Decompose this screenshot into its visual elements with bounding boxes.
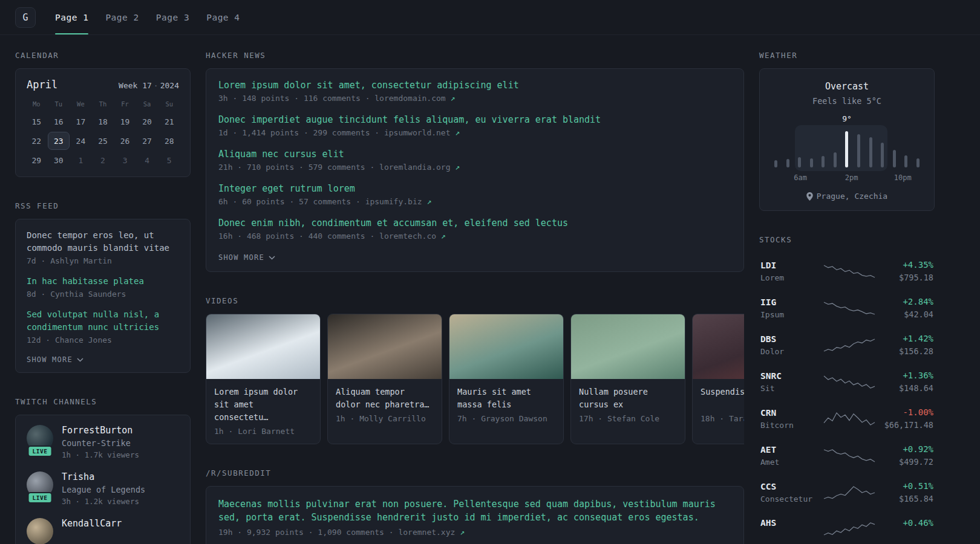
stock-row[interactable]: CCSConsectetur+0.51%$165.84 [759,474,935,511]
rss-show-more-button[interactable]: SHOW MORE [27,354,83,365]
calendar-weekday: Tu [48,97,70,111]
twitch-channel[interactable]: LIVE Trisha League of Legends 3h · 1.2k … [27,471,179,506]
subreddit-post-title[interactable]: Maecenas mollis pulvinar erat non posuer… [218,497,731,524]
videos-row: Lorem ipsum dolor sit amet consectetu… 1… [206,314,744,444]
live-badge: LIVE [28,445,53,457]
video-title[interactable]: Aliquam tempor dolor nec pharetra… [336,386,434,411]
stock-row[interactable]: AETAmet+0.92%$499.72 [759,437,935,474]
hn-domain-link[interactable]: loremdomain.com ↗ [374,94,455,103]
video-meta: 7h · Grayson Dawson [457,414,555,423]
dashboard-columns: CALENDAR April Week 17·2024 MoTuWeThFrSa… [0,35,980,544]
calendar-day: 1 [70,151,92,169]
video-card[interactable]: Suspendisse diam 18h · Tara [692,314,744,444]
video-thumbnail[interactable] [693,314,744,379]
subreddit-post: Maecenas mollis pulvinar erat non posuer… [218,497,731,537]
weather-bar [774,160,777,167]
twitch-channel[interactable]: KendallCarr [27,518,179,544]
video-thumbnail[interactable] [328,314,442,379]
hn-domain: ipsumworld.net [384,128,451,137]
stock-price [880,531,933,540]
hn-show-more-button[interactable]: SHOW MORE [218,252,275,263]
rss-header: RSS FEED [15,201,191,210]
stock-row[interactable]: AHS+0.46% [759,511,935,544]
stock-symbol: AET [760,445,818,455]
channel-name[interactable]: ForrestBurton [62,425,139,436]
subreddit-meta-text: 19h · 9,932 points · 1,090 comments · [218,528,394,537]
hn-item-meta: 3h · 148 points · 116 comments · loremdo… [218,94,731,103]
rss-item-title[interactable]: Sed volutpat nulla nisl, a condimentum n… [27,308,179,334]
hn-item-meta: 21h · 710 points · 579 comments · loreml… [218,163,731,172]
channel-meta: 1h · 1.7k viewers [62,450,139,459]
stock-row[interactable]: CRNBitcorn-1.00%$66,171.48 [759,400,935,437]
video-card[interactable]: Aliquam tempor dolor nec pharetra… 1h · … [327,314,442,444]
stocks-widget: STOCKS LDILorem+4.35%$795.18IIGIpsum+2.8… [759,235,935,544]
stock-row[interactable]: LDILorem+4.35%$795.18 [759,253,935,290]
videos-widget: VIDEOS Lorem ipsum dolor sit amet consec… [206,296,744,444]
weather-time: 2pm [845,173,858,182]
stock-symbol: CCS [760,482,818,491]
weather-location-text: Prague, Czechia [817,192,887,201]
hn-item-title[interactable]: Donec imperdiet augue tincidunt felis al… [218,114,731,125]
hn-domain: loremlandia.org [379,163,450,172]
videos-header: VIDEOS [206,296,744,305]
weather-time: 10pm [894,173,912,182]
stock-row[interactable]: DBSDolor+1.42%$156.28 [759,326,935,363]
tab-page-4[interactable]: Page 4 [206,0,240,34]
hn-domain-link[interactable]: loremtech.co ↗ [379,232,446,241]
stock-name [760,531,818,540]
stock-row[interactable]: SNRCSit+1.36%$148.64 [759,363,935,400]
stock-sparkline [823,374,875,390]
hn-item-meta: 16h · 468 points · 440 comments · loremt… [218,232,731,241]
calendar-grid: MoTuWeThFrSaSu15161718192021222324252627… [25,97,180,169]
tab-page-2[interactable]: Page 2 [105,0,139,34]
video-card[interactable]: Nullam posuere cursus ex 17h · Stefan Co… [570,314,685,444]
calendar-header: CALENDAR [15,51,191,60]
video-card[interactable]: Lorem ipsum dolor sit amet consectetu… 1… [206,314,321,444]
video-thumbnail[interactable] [206,314,320,379]
hn-item: Donec enim nibh, condimentum et accumsan… [218,218,731,241]
video-title[interactable]: Mauris sit amet massa felis [457,386,555,411]
weather-times: 6am 2pm 10pm [769,173,924,183]
hn-domain-link[interactable]: loremlandia.org ↗ [379,163,460,172]
subreddit-domain-link[interactable]: loremnet.xyz ↗ [398,528,465,537]
weather-bar [904,155,907,167]
hn-item-title[interactable]: Aliquam nec cursus elit [218,149,731,160]
calendar-weekday: Th [92,97,114,111]
video-thumbnail[interactable] [571,314,685,379]
app-logo[interactable]: G [15,7,36,28]
stock-row[interactable]: IIGIpsum+2.84%$42.04 [759,290,935,326]
stock-change: +0.46% [880,518,933,528]
video-thumbnail[interactable] [449,314,563,379]
stock-price: $499.72 [880,457,933,467]
channel-game: Counter-Strike [62,438,139,448]
rss-item: Donec tempor eros leo, ut commodo mauris… [27,229,179,265]
video-title[interactable]: Lorem ipsum dolor sit amet consectetu… [214,386,312,424]
chevron-down-icon [77,358,83,362]
video-card[interactable]: Mauris sit amet massa felis 7h · Grayson… [449,314,564,444]
calendar-day: 15 [25,112,48,131]
hn-domain-link[interactable]: ipsumworld.net ↗ [384,128,460,137]
video-title[interactable]: Suspendisse diam [701,386,744,411]
calendar-day: 3 [114,151,136,169]
hn-item-title[interactable]: Donec enim nibh, condimentum et accumsan… [218,218,731,228]
video-title[interactable]: Nullam posuere cursus ex [579,386,677,411]
hn-domain-link[interactable]: ipsumify.biz ↗ [365,197,432,206]
stock-name: Amet [760,458,818,467]
hn-item-title[interactable]: Lorem ipsum dolor sit amet, consectetur … [218,80,731,91]
twitch-channel[interactable]: LIVE ForrestBurton Counter-Strike 1h · 1… [27,425,179,459]
stock-price: $66,171.48 [880,420,933,430]
stock-price: $148.64 [880,383,933,393]
rss-item-title[interactable]: In hac habitasse platea [27,275,179,288]
tab-page-1[interactable]: Page 1 [55,0,88,34]
left-column: CALENDAR April Week 17·2024 MoTuWeThFrSa… [15,51,191,544]
rss-item-title[interactable]: Donec tempor eros leo, ut commodo mauris… [27,229,179,254]
tab-page-3[interactable]: Page 3 [156,0,189,34]
hn-item-title[interactable]: Integer eget rutrum lorem [218,183,731,194]
channel-name[interactable]: Trisha [62,471,145,482]
hn-item: Donec imperdiet augue tincidunt felis al… [218,114,731,137]
video-meta: 1h · Lori Barnett [214,427,312,436]
external-link-icon: ↗ [460,528,465,537]
channel-name[interactable]: KendallCarr [62,518,122,529]
calendar-day: 24 [70,132,92,150]
stock-change: +0.51% [880,481,933,491]
